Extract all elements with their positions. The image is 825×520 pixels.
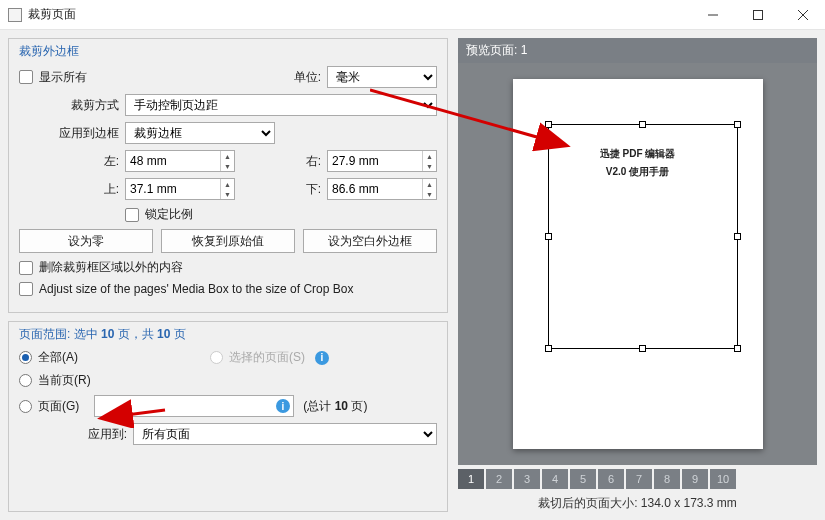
right-spinner[interactable]: ▲▼ [327, 150, 437, 172]
page-thumb[interactable]: 9 [682, 469, 708, 489]
preview-page: 迅捷 PDF 编辑器 V2.0 使用手册 [513, 79, 763, 449]
crop-handle[interactable] [734, 121, 741, 128]
set-zero-button[interactable]: 设为零 [19, 229, 153, 253]
top-spinner[interactable]: ▲▼ [125, 178, 235, 200]
crop-handle[interactable] [545, 233, 552, 240]
all-pages-label: 全部(A) [38, 349, 78, 366]
group-title: 页面范围: 选中 10 页，共 10 页 [19, 326, 437, 343]
pages-input[interactable] [94, 395, 294, 417]
apply-to-label: 应用到: [57, 426, 127, 443]
page-range-group: 页面范围: 选中 10 页，共 10 页 全部(A) 选择的页面(S) i 当前… [8, 321, 448, 512]
pages-label: 页面(G) [38, 398, 88, 415]
group-title: 裁剪外边框 [19, 43, 437, 60]
bottom-spinner[interactable]: ▲▼ [327, 178, 437, 200]
bottom-label: 下: [301, 181, 321, 198]
selected-pages-label: 选择的页面(S) [229, 349, 305, 366]
close-button[interactable] [780, 0, 825, 29]
top-label: 上: [19, 181, 119, 198]
crop-method-label: 裁剪方式 [19, 97, 119, 114]
cropped-size-label: 裁切后的页面大小: 134.0 x 173.3 mm [458, 495, 817, 512]
left-label: 左: [19, 153, 119, 170]
app-icon [8, 8, 22, 22]
delete-outside-checkbox[interactable] [19, 261, 33, 275]
page-thumbnails: 12345678910 [458, 469, 817, 489]
info-icon[interactable]: i [315, 351, 329, 365]
unit-select[interactable]: 毫米 [327, 66, 437, 88]
delete-outside-label: 删除裁剪框区域以外的内容 [39, 259, 183, 276]
show-all-label: 显示所有 [39, 69, 87, 86]
adjust-mediabox-label: Adjust size of the pages' Media Box to t… [39, 282, 353, 296]
crop-handle[interactable] [734, 233, 741, 240]
crop-margins-group: 裁剪外边框 显示所有 单位: 毫米 裁剪方式 手动控制页边距 应用到边框 裁剪边… [8, 38, 448, 313]
page-thumb[interactable]: 8 [654, 469, 680, 489]
total-pages-label: (总计 10 页) [300, 398, 367, 415]
page-thumb[interactable]: 1 [458, 469, 484, 489]
crop-box[interactable] [548, 124, 738, 349]
blank-margin-button[interactable]: 设为空白外边框 [303, 229, 437, 253]
page-thumb[interactable]: 7 [626, 469, 652, 489]
titlebar: 裁剪页面 [0, 0, 825, 30]
crop-handle[interactable] [639, 121, 646, 128]
crop-method-select[interactable]: 手动控制页边距 [125, 94, 437, 116]
current-page-label: 当前页(R) [38, 372, 91, 389]
preview-header: 预览页面: 1 [458, 38, 817, 63]
window-title: 裁剪页面 [28, 6, 76, 23]
page-thumb[interactable]: 6 [598, 469, 624, 489]
info-icon[interactable]: i [276, 399, 290, 413]
apply-to-box-select[interactable]: 裁剪边框 [125, 122, 275, 144]
page-thumb[interactable]: 10 [710, 469, 736, 489]
restore-button[interactable]: 恢复到原始值 [161, 229, 295, 253]
right-label: 右: [301, 153, 321, 170]
minimize-button[interactable] [690, 0, 735, 29]
page-thumb[interactable]: 4 [542, 469, 568, 489]
svg-rect-1 [753, 10, 762, 19]
unit-label: 单位: [294, 69, 321, 86]
show-all-checkbox[interactable] [19, 70, 33, 84]
page-thumb[interactable]: 3 [514, 469, 540, 489]
page-thumb[interactable]: 5 [570, 469, 596, 489]
left-spinner[interactable]: ▲▼ [125, 150, 235, 172]
apply-to-box-label: 应用到边框 [19, 125, 119, 142]
current-page-radio[interactable] [19, 374, 32, 387]
lock-ratio-checkbox[interactable] [125, 208, 139, 222]
crop-handle[interactable] [545, 121, 552, 128]
lock-ratio-label: 锁定比例 [145, 206, 193, 223]
maximize-button[interactable] [735, 0, 780, 29]
pages-radio[interactable] [19, 400, 32, 413]
apply-to-select[interactable]: 所有页面 [133, 423, 437, 445]
crop-handle[interactable] [545, 345, 552, 352]
all-pages-radio[interactable] [19, 351, 32, 364]
preview-area[interactable]: 迅捷 PDF 编辑器 V2.0 使用手册 [458, 63, 817, 465]
selected-pages-radio[interactable] [210, 351, 223, 364]
page-thumb[interactable]: 2 [486, 469, 512, 489]
adjust-mediabox-checkbox[interactable] [19, 282, 33, 296]
crop-handle[interactable] [639, 345, 646, 352]
crop-handle[interactable] [734, 345, 741, 352]
